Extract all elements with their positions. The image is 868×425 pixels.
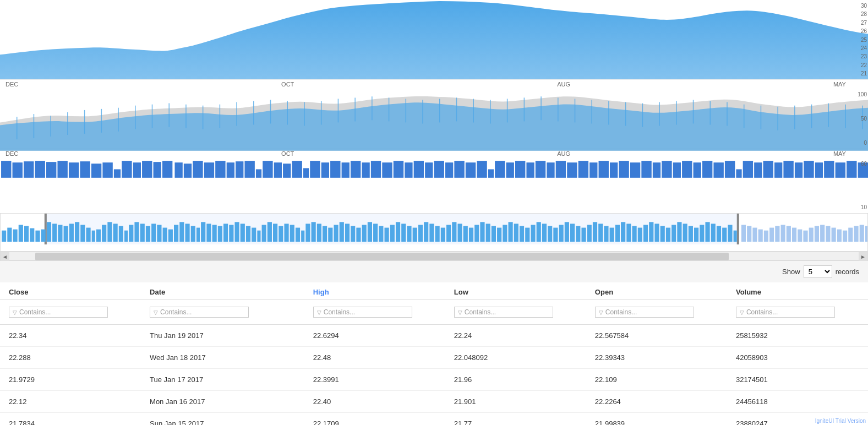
chart2-x-dec: DEC (6, 150, 18, 157)
svg-rect-207 (385, 228, 389, 242)
cell-high: 22.1709 (304, 413, 445, 426)
svg-rect-202 (356, 228, 361, 242)
svg-rect-255 (654, 224, 659, 242)
svg-rect-272 (752, 228, 757, 242)
svg-rect-206 (379, 226, 383, 242)
svg-rect-81 (310, 161, 320, 178)
svg-rect-100 (506, 162, 514, 178)
col-header-date[interactable]: Date (141, 282, 304, 300)
svg-rect-225 (486, 224, 490, 242)
svg-rect-227 (497, 228, 501, 242)
svg-rect-104 (547, 162, 554, 178)
svg-rect-65 (154, 162, 161, 178)
svg-rect-222 (469, 228, 473, 242)
cell-high: 22.48 (304, 347, 445, 369)
svg-rect-214 (424, 222, 428, 242)
table-row: 21.9729Tue Jan 17 201722.399121.9622.109… (0, 369, 868, 391)
svg-rect-248 (615, 225, 620, 242)
svg-rect-161 (129, 225, 133, 242)
svg-rect-138 (2, 231, 6, 242)
table-row: 22.12Mon Jan 16 201722.4021.90122.226424… (0, 391, 868, 413)
bar-chart-container: 60 10 (0, 158, 868, 213)
cell-low: 21.96 (445, 369, 586, 391)
scrollbar-left-arrow[interactable]: ◄ (1, 252, 9, 261)
svg-rect-78 (283, 164, 291, 178)
cell-close: 21.7834 (0, 413, 141, 426)
svg-rect-114 (653, 162, 660, 178)
svg-rect-290 (854, 226, 858, 242)
chart-scrollbar[interactable]: ◄ ► (0, 252, 868, 260)
col-header-volume[interactable]: Volume (727, 282, 868, 300)
filter-high[interactable]: ▽Contains... (313, 307, 412, 318)
svg-rect-83 (330, 161, 340, 178)
svg-rect-99 (495, 161, 505, 178)
svg-rect-194 (312, 222, 316, 242)
svg-rect-68 (184, 164, 192, 178)
cell-low: 21.901 (445, 391, 586, 413)
svg-rect-84 (342, 162, 350, 178)
svg-rect-244 (593, 222, 597, 242)
svg-rect-254 (649, 222, 653, 242)
svg-rect-252 (638, 228, 642, 242)
svg-rect-273 (758, 230, 763, 242)
svg-rect-204 (368, 222, 372, 242)
scrollbar-thumb[interactable] (35, 253, 729, 260)
cell-volume: 24456118 (727, 391, 868, 413)
svg-rect-267 (722, 228, 727, 242)
cell-date: Tue Jan 17 2017 (141, 369, 304, 391)
filter-low[interactable]: ▽Contains... (454, 307, 553, 318)
svg-rect-117 (682, 161, 692, 178)
svg-rect-277 (781, 225, 785, 242)
filter-date[interactable]: ▽Contains... (150, 307, 249, 318)
svg-rect-182 (246, 226, 250, 242)
svg-rect-195 (317, 224, 321, 242)
svg-rect-127 (783, 161, 793, 178)
svg-rect-75 (256, 169, 261, 177)
col-header-low[interactable]: Low (445, 282, 586, 300)
svg-rect-152 (80, 225, 85, 242)
col-header-open[interactable]: Open (586, 282, 727, 300)
filter-close[interactable]: ▽Contains... (9, 307, 108, 318)
svg-rect-126 (774, 162, 782, 178)
col-header-high[interactable]: High (304, 282, 445, 300)
svg-rect-51 (1, 161, 11, 178)
svg-rect-141 (19, 225, 23, 242)
svg-rect-208 (390, 225, 395, 242)
svg-rect-60 (102, 162, 112, 178)
svg-rect-196 (323, 226, 327, 242)
svg-rect-147 (52, 224, 57, 242)
svg-rect-106 (567, 162, 577, 178)
svg-rect-79 (292, 161, 302, 178)
svg-rect-291 (860, 225, 864, 242)
svg-rect-98 (488, 169, 494, 177)
svg-rect-62 (122, 161, 132, 178)
svg-rect-151 (75, 222, 79, 242)
records-per-page-select[interactable]: 5 10 25 50 100 (804, 265, 832, 278)
svg-rect-263 (700, 225, 704, 242)
svg-rect-146 (47, 222, 51, 242)
svg-rect-198 (334, 225, 338, 242)
chart1-x-axis: DEC OCT AUG MAY (0, 80, 868, 89)
svg-rect-113 (641, 161, 651, 178)
scrollbar-right-arrow[interactable]: ► (859, 252, 867, 261)
svg-rect-61 (114, 169, 121, 177)
svg-rect-178 (223, 224, 228, 242)
svg-rect-228 (503, 225, 507, 242)
svg-rect-242 (581, 228, 586, 242)
cell-volume: 42058903 (727, 347, 868, 369)
svg-rect-131 (824, 161, 834, 178)
svg-rect-220 (457, 224, 462, 242)
svg-rect-211 (407, 226, 411, 242)
svg-rect-284 (820, 225, 825, 242)
filter-open[interactable]: ▽Contains... (595, 307, 694, 318)
cell-close: 22.288 (0, 347, 141, 369)
volume-area-chart: 100 50 0 (0, 89, 868, 149)
filter-volume[interactable]: ▽Contains... (736, 307, 835, 318)
svg-rect-184 (257, 231, 260, 242)
svg-rect-288 (843, 231, 847, 242)
svg-rect-101 (515, 161, 525, 178)
svg-rect-183 (252, 228, 256, 242)
svg-rect-171 (185, 224, 189, 242)
col-header-close[interactable]: Close (0, 282, 141, 300)
svg-rect-97 (477, 161, 487, 178)
